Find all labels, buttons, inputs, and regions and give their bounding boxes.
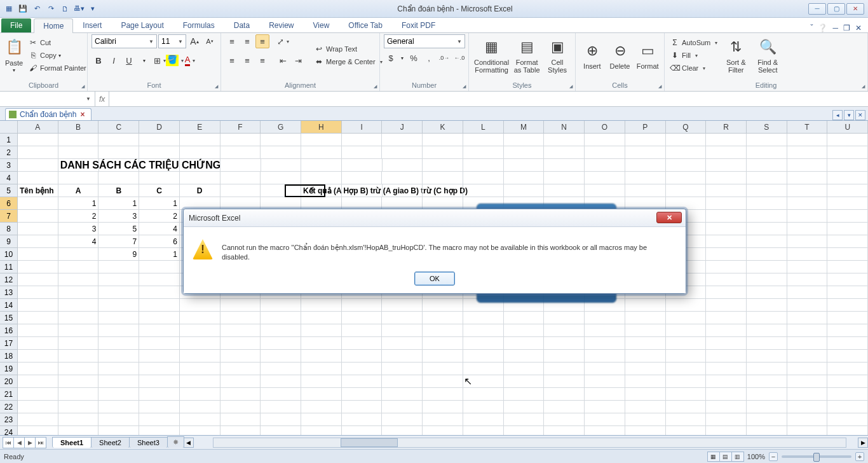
cell[interactable] bbox=[504, 159, 545, 172]
cell[interactable] bbox=[666, 312, 707, 324]
cell[interactable] bbox=[504, 337, 545, 350]
cell[interactable] bbox=[180, 388, 220, 401]
cell[interactable] bbox=[58, 286, 99, 299]
cell[interactable] bbox=[625, 401, 666, 413]
cell[interactable] bbox=[625, 172, 666, 184]
cell[interactable]: 9 bbox=[98, 248, 139, 261]
cell[interactable] bbox=[585, 350, 625, 363]
cell[interactable] bbox=[139, 134, 180, 146]
underline-button[interactable]: U bbox=[122, 53, 136, 67]
cell[interactable] bbox=[706, 172, 747, 184]
cell[interactable] bbox=[787, 426, 828, 435]
cell[interactable] bbox=[463, 312, 504, 324]
format-cells-button[interactable]: ▭Format bbox=[635, 34, 660, 76]
cell[interactable] bbox=[180, 299, 220, 312]
cell[interactable] bbox=[747, 159, 787, 172]
cell[interactable] bbox=[58, 337, 99, 350]
cell[interactable] bbox=[301, 312, 342, 324]
cell[interactable]: 2 bbox=[58, 210, 99, 223]
cell[interactable] bbox=[220, 299, 261, 312]
cell[interactable] bbox=[706, 184, 747, 197]
redo-icon[interactable]: ↷ bbox=[44, 3, 57, 15]
cell[interactable] bbox=[261, 146, 301, 159]
sheet-tab-1[interactable]: Sheet1 bbox=[52, 437, 92, 448]
cell[interactable] bbox=[18, 146, 58, 159]
cell[interactable] bbox=[261, 375, 301, 388]
row-header[interactable]: 24 bbox=[0, 426, 17, 435]
cell[interactable] bbox=[585, 413, 625, 426]
cell[interactable] bbox=[747, 223, 787, 235]
cell[interactable] bbox=[504, 401, 545, 413]
workbook-tab[interactable]: Chẩn đoán bệnh × bbox=[5, 108, 92, 120]
paste-button[interactable]: 📋 Paste ▾ bbox=[4, 34, 24, 76]
cell[interactable] bbox=[544, 337, 585, 350]
grow-font-button[interactable]: A▴ bbox=[187, 34, 201, 48]
cell[interactable] bbox=[58, 261, 99, 273]
cell[interactable] bbox=[220, 324, 261, 337]
row-header[interactable]: 14 bbox=[0, 299, 17, 312]
cell[interactable] bbox=[787, 197, 828, 210]
cell[interactable]: Tên bệnh bbox=[18, 184, 58, 197]
cell[interactable] bbox=[382, 401, 423, 413]
cell[interactable] bbox=[747, 248, 787, 261]
cell[interactable] bbox=[382, 312, 423, 324]
cell[interactable] bbox=[58, 363, 99, 375]
cell[interactable] bbox=[58, 299, 99, 312]
cell[interactable] bbox=[585, 184, 625, 197]
view-normal-button[interactable]: ▦ bbox=[707, 452, 720, 462]
cell[interactable] bbox=[18, 261, 58, 273]
cell[interactable] bbox=[98, 426, 139, 435]
cell[interactable] bbox=[747, 134, 787, 146]
cell[interactable] bbox=[827, 235, 868, 248]
row-header[interactable]: 21 bbox=[0, 388, 17, 401]
qat-btn[interactable]: 🖶▾ bbox=[72, 3, 85, 15]
cell[interactable] bbox=[423, 184, 463, 197]
cell[interactable] bbox=[342, 337, 383, 350]
formula-input[interactable] bbox=[109, 92, 868, 106]
cell[interactable] bbox=[261, 426, 301, 435]
cell[interactable] bbox=[342, 401, 383, 413]
cell[interactable] bbox=[98, 375, 139, 388]
cell[interactable] bbox=[423, 401, 463, 413]
cell[interactable] bbox=[747, 299, 787, 312]
cell[interactable] bbox=[261, 134, 301, 146]
cell[interactable] bbox=[747, 184, 787, 197]
cell[interactable] bbox=[585, 426, 625, 435]
cell[interactable] bbox=[747, 375, 787, 388]
row-header[interactable]: 22 bbox=[0, 401, 17, 413]
cell[interactable] bbox=[827, 388, 868, 401]
cell[interactable] bbox=[220, 172, 261, 184]
cell[interactable] bbox=[666, 159, 707, 172]
cell[interactable] bbox=[98, 134, 139, 146]
cell[interactable] bbox=[787, 286, 828, 299]
cell[interactable] bbox=[787, 159, 828, 172]
font-size-combo[interactable]: 11▼ bbox=[158, 34, 186, 48]
cell[interactable] bbox=[706, 248, 747, 261]
cell[interactable] bbox=[180, 324, 220, 337]
align-middle-button[interactable]: ≡ bbox=[240, 34, 254, 48]
cell[interactable] bbox=[301, 299, 342, 312]
cell[interactable] bbox=[747, 210, 787, 223]
cell[interactable] bbox=[625, 184, 666, 197]
cell[interactable] bbox=[504, 312, 545, 324]
cell[interactable] bbox=[544, 159, 585, 172]
cell[interactable] bbox=[18, 375, 58, 388]
cell[interactable] bbox=[301, 324, 342, 337]
view-layout-button[interactable]: ▤ bbox=[719, 452, 732, 462]
cell[interactable] bbox=[180, 426, 220, 435]
align-bottom-button[interactable]: ≡ bbox=[255, 34, 269, 48]
tab-foxit[interactable]: Foxit PDF bbox=[392, 18, 445, 32]
cell[interactable] bbox=[827, 286, 868, 299]
cell[interactable] bbox=[342, 413, 383, 426]
cell[interactable] bbox=[747, 426, 787, 435]
row-header[interactable]: 19 bbox=[0, 363, 17, 375]
cell[interactable] bbox=[180, 363, 220, 375]
cell[interactable] bbox=[423, 388, 463, 401]
cell[interactable] bbox=[463, 134, 504, 146]
find-select-button[interactable]: 🔍Find & Select bbox=[753, 34, 782, 76]
cell[interactable] bbox=[301, 337, 342, 350]
cell[interactable] bbox=[139, 413, 180, 426]
cell[interactable] bbox=[706, 426, 747, 435]
cell[interactable] bbox=[139, 312, 180, 324]
cell[interactable] bbox=[382, 426, 423, 435]
